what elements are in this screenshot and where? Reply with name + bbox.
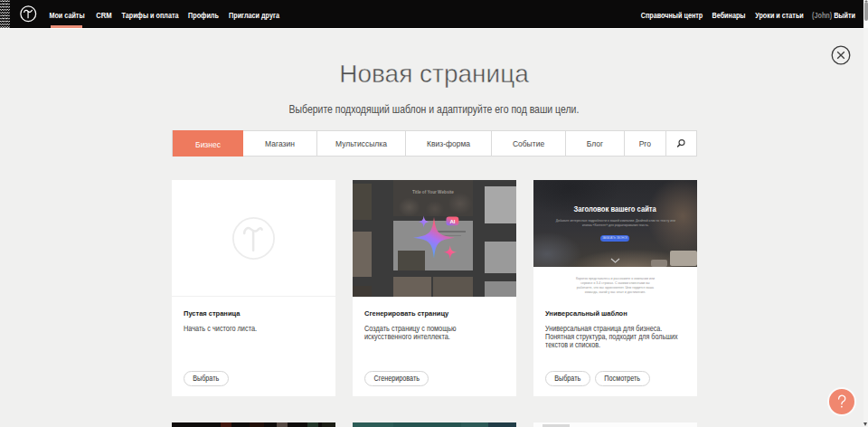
svg-text:AI: AI <box>449 219 455 224</box>
